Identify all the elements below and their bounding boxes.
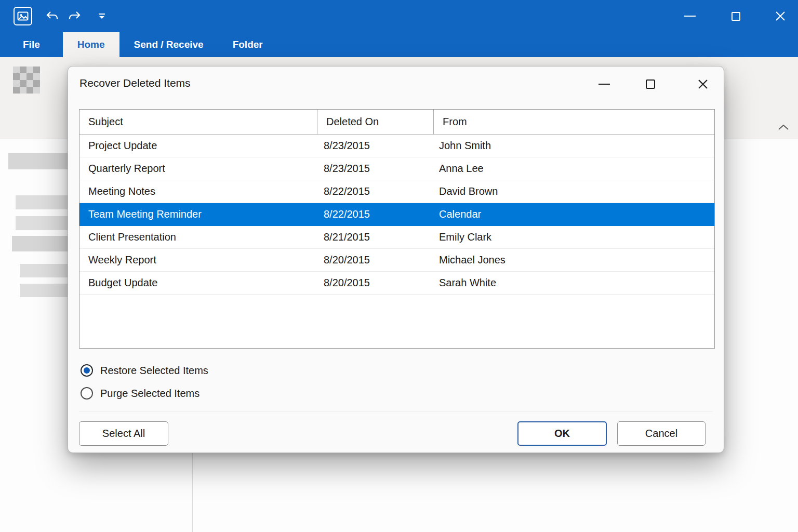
- cell-deleted-on: 8/22/2015: [317, 180, 433, 203]
- app-icon-glyph: [17, 10, 29, 22]
- screen: File Home Send / Receive Folder Recover …: [0, 0, 798, 532]
- cell-subject: Client Presentation: [79, 226, 317, 248]
- window-controls: [663, 0, 798, 32]
- radio-checked-icon: [81, 364, 93, 377]
- table-row-selected[interactable]: Team Meeting Reminder 8/22/2015 Calendar: [79, 203, 714, 226]
- table-row[interactable]: Meeting Notes 8/22/2015 David Brown: [79, 180, 714, 203]
- redo-icon[interactable]: [68, 10, 81, 22]
- window-minimize-button[interactable]: [684, 15, 696, 17]
- cell-from: Michael Jones: [433, 249, 714, 271]
- cell-deleted-on: 8/21/2015: [317, 226, 433, 248]
- select-all-button[interactable]: Select All: [79, 421, 168, 446]
- column-header-from[interactable]: From: [433, 110, 714, 134]
- background-pane-divider: [192, 453, 193, 532]
- background-placeholder-bar: [8, 153, 68, 169]
- dialog-minimize-button[interactable]: [598, 83, 610, 86]
- ribbon-tab-bar: File Home Send / Receive Folder: [0, 32, 798, 57]
- cell-subject: Quarterly Report: [79, 157, 317, 180]
- column-header-subject[interactable]: Subject: [79, 110, 317, 134]
- table-header-row: Subject Deleted On From: [79, 110, 714, 135]
- cell-subject: Budget Update: [79, 272, 317, 294]
- cell-subject: Team Meeting Reminder: [79, 203, 317, 225]
- cell-deleted-on: 8/20/2015: [317, 249, 433, 271]
- dialog-title: Recover Deleted Items: [79, 77, 191, 89]
- cell-from: John Smith: [433, 135, 714, 157]
- table-row[interactable]: Budget Update 8/20/2015 Sarah White: [79, 272, 714, 295]
- recover-deleted-items-dialog: Recover Deleted Items Subject Deleted On…: [68, 66, 724, 453]
- cell-deleted-on: 8/23/2015: [317, 157, 433, 180]
- radio-label: Purge Selected Items: [100, 388, 200, 400]
- ok-button[interactable]: OK: [517, 421, 607, 446]
- window-close-button[interactable]: [774, 10, 787, 22]
- table-row[interactable]: Quarterly Report 8/23/2015 Anna Lee: [79, 157, 714, 180]
- cell-from: Emily Clark: [433, 226, 714, 248]
- background-placeholder-bar: [12, 236, 68, 251]
- cell-from: Sarah White: [433, 272, 714, 294]
- cell-subject: Weekly Report: [79, 249, 317, 271]
- background-placeholder-bar: [16, 195, 68, 209]
- background-placeholder-bar: [20, 284, 68, 297]
- app-icon[interactable]: [14, 7, 32, 25]
- radio-label: Restore Selected Items: [100, 365, 208, 377]
- tab-folder[interactable]: Folder: [218, 32, 277, 57]
- cell-deleted-on: 8/23/2015: [317, 135, 433, 157]
- cancel-button[interactable]: Cancel: [617, 421, 706, 446]
- radio-restore-selected-items[interactable]: Restore Selected Items: [81, 364, 208, 377]
- tab-home[interactable]: Home: [63, 32, 119, 57]
- cell-deleted-on: 8/22/2015: [317, 203, 433, 225]
- collapse-ribbon-icon[interactable]: [777, 124, 790, 131]
- cell-subject: Meeting Notes: [79, 180, 317, 203]
- cell-subject: Project Update: [79, 135, 317, 157]
- background-placeholder-bar: [16, 216, 68, 230]
- undo-icon[interactable]: [46, 10, 59, 22]
- quick-access-toolbar: [46, 0, 106, 32]
- dialog-close-button[interactable]: [697, 78, 709, 90]
- radio-unchecked-icon: [81, 387, 93, 400]
- dialog-maximize-button[interactable]: [645, 78, 656, 90]
- radio-purge-selected-items[interactable]: Purge Selected Items: [81, 387, 200, 400]
- app-titlebar: [0, 0, 798, 32]
- tab-file[interactable]: File: [0, 32, 63, 57]
- cell-deleted-on: 8/20/2015: [317, 272, 433, 294]
- window-maximize-button[interactable]: [730, 11, 741, 21]
- deleted-items-table: Subject Deleted On From Project Update 8…: [79, 109, 715, 349]
- table-row[interactable]: Client Presentation 8/21/2015 Emily Clar…: [79, 226, 714, 249]
- cell-from: Anna Lee: [433, 157, 714, 180]
- cell-from: David Brown: [433, 180, 714, 203]
- table-row[interactable]: Weekly Report 8/20/2015 Michael Jones: [79, 249, 714, 272]
- button-row-divider: [79, 411, 713, 412]
- customize-quick-access-icon[interactable]: [98, 12, 106, 20]
- background-placeholder-bar: [20, 264, 68, 277]
- table-row[interactable]: Project Update 8/23/2015 John Smith: [79, 135, 714, 157]
- column-header-deleted-on[interactable]: Deleted On: [317, 110, 433, 134]
- tab-send-receive[interactable]: Send / Receive: [119, 32, 218, 57]
- ribbon-placeholder-grid-icon: [13, 66, 40, 94]
- cell-from: Calendar: [433, 203, 714, 225]
